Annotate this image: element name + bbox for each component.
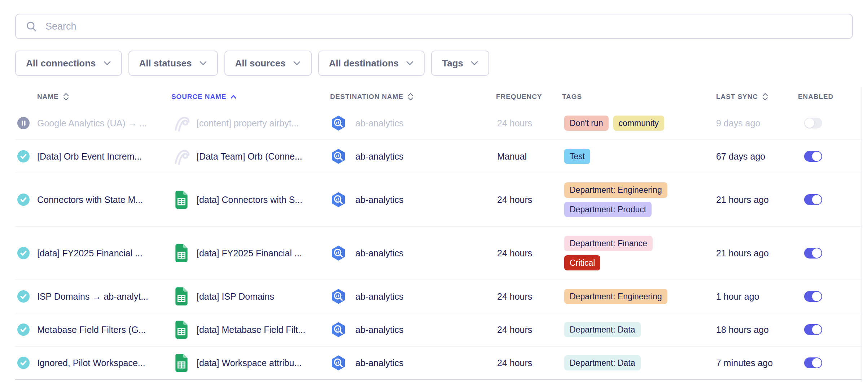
connection-name: Metabase Field Filters (G... [37,325,146,335]
frequency-value: 24 hours [497,248,532,259]
bigquery-icon [330,288,347,305]
tags-cell: Department: EngineeringDepartment: Produ… [562,182,716,217]
enabled-toggle[interactable] [804,291,822,302]
last-sync-value: 18 hours ago [716,325,769,335]
filter-label: All sources [235,58,286,69]
sync-success-icon [17,150,30,162]
destination-name: ab-analytics [355,325,403,335]
enabled-toggle[interactable] [804,151,822,162]
filter-all-sources[interactable]: All sources [224,51,312,76]
table-body: Google Analytics (UA) → ... [15,107,862,380]
frequency-value: 24 hours [497,195,532,205]
source-icon [171,319,192,340]
connections-table: NAME SOURCE NAME DESTINATION NAME FREQUE… [15,87,862,382]
source-name: [data] Metabase Field Filt... [197,325,306,335]
tag-pill: Don't run [564,116,609,131]
sync-success-icon [17,324,30,336]
toggle-knob [812,152,821,161]
sync-success-icon [17,194,30,206]
google-sheets-icon [174,190,189,209]
destination-name: ab-analytics [355,195,403,205]
status-icon [17,324,30,336]
destination-name: ab-analytics [355,118,403,129]
table-row[interactable]: Google Analytics (UA) → ... [15,107,862,140]
frequency-value: 24 hours [497,118,532,129]
connection-name: Google Analytics (UA) → ... [37,118,147,129]
enabled-toggle[interactable] [804,118,822,129]
filter-tags[interactable]: Tags [431,51,489,76]
enabled-toggle[interactable] [804,324,822,335]
tag-pill: community [613,116,664,131]
column-header-name[interactable]: NAME [15,92,171,101]
column-label: SOURCE NAME [171,93,226,101]
table-row[interactable]: Connectors with State M... [15,173,862,227]
source-icon [171,146,192,167]
status-icon [17,290,30,303]
search-input[interactable] [45,14,843,38]
filter-label: Tags [442,58,463,69]
column-label: TAGS [562,93,582,101]
toggle-knob [812,292,821,301]
search-bar [15,14,853,39]
column-header-destination-name[interactable]: DESTINATION NAME [330,92,496,101]
bigquery-icon [330,148,347,165]
table-row[interactable]: ISP Domains → ab-analyt... [15,280,862,313]
status-icon [17,150,30,162]
chevron-down-icon [470,61,478,66]
chevron-down-icon [199,61,207,66]
filter-all-connections[interactable]: All connections [15,51,122,76]
table-row[interactable]: Metabase Field Filters (G... [15,313,862,347]
tag-pill: Department: Product [564,202,652,217]
chevron-down-icon [293,61,301,66]
enabled-toggle[interactable] [804,194,822,205]
last-sync-value: 9 days ago [716,118,760,129]
frequency-value: Manual [497,151,527,162]
table-header: NAME SOURCE NAME DESTINATION NAME FREQUE… [15,87,862,107]
filter-bar: All connections All statuses All sources… [15,51,489,76]
frequency-value: 24 hours [497,291,532,302]
bigquery-icon [330,114,347,132]
source-icon [171,286,192,307]
source-name: [data] ISP Domains [197,291,274,302]
tags-cell: Don't runcommunity [562,116,716,131]
frequency-value: 24 hours [497,358,532,368]
filter-all-destinations[interactable]: All destinations [318,51,425,76]
paused-icon [17,117,30,129]
bigquery-icon [330,191,347,208]
table-row[interactable]: Ignored, Pilot Workspace... [15,347,862,380]
tags-cell: Department: FinanceCritical [562,236,716,270]
destination-name: ab-analytics [355,291,403,302]
toggle-knob [812,195,821,204]
filter-all-statuses[interactable]: All statuses [128,51,218,76]
google-sheets-icon [174,320,189,339]
google-sheets-icon [174,353,189,373]
column-header-source-name[interactable]: SOURCE NAME [171,93,330,101]
tags-cell: Department: Data [562,355,716,370]
source-name: [data] Workspace attribu... [197,358,302,368]
source-name: [data] Connectors with S... [197,195,302,205]
column-label: ENABLED [798,93,833,101]
tag-pill: Department: Engineering [564,289,667,304]
enabled-toggle[interactable] [804,248,822,259]
toggle-knob [812,248,821,258]
column-header-last-sync[interactable]: LAST SYNC [716,92,792,101]
table-row[interactable]: [Data] Orb Event Increm... [15,140,862,173]
connection-name: [Data] Orb Event Increm... [37,151,142,162]
tag-pill: Department: Engineering [564,182,667,197]
last-sync-value: 7 minutes ago [716,358,773,368]
enabled-toggle[interactable] [804,357,822,368]
source-name: [Data Team] Orb (Conne... [197,151,302,162]
source-name: [data] FY2025 Financial ... [197,248,302,259]
tag-pill: Department: Data [564,355,641,370]
status-icon [17,357,30,369]
tag-pill: Department: Data [564,322,641,337]
chevron-down-icon [406,61,414,66]
tags-cell: Department: Data [562,322,716,337]
column-header-frequency: FREQUENCY [496,93,562,101]
column-label: FREQUENCY [496,93,542,101]
tag-pill: Test [564,149,590,164]
table-row[interactable]: [data] FY2025 Financial ... [15,227,862,280]
connection-name: Ignored, Pilot Workspace... [37,358,145,368]
source-icon [171,113,192,134]
sync-success-icon [17,357,30,369]
